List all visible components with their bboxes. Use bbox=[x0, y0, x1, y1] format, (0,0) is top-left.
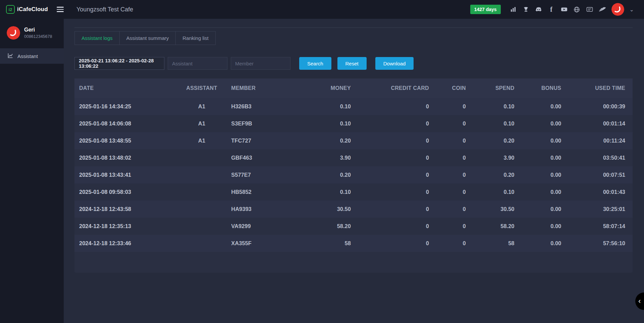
youtube-icon[interactable] bbox=[560, 6, 568, 13]
col-header-assistant: ASSISTANT bbox=[175, 78, 229, 98]
tab-assistant-logs[interactable]: Assistant logs bbox=[74, 31, 120, 45]
table-cell: 30.50 bbox=[469, 201, 517, 218]
col-header-spend: SPEND bbox=[469, 78, 517, 98]
user-id: 008612345678 bbox=[24, 34, 52, 39]
tab-ranking-list[interactable]: Ranking list bbox=[176, 31, 216, 45]
table-row: 2025-01-08 09:58:03HB58520.10000.100.000… bbox=[74, 183, 633, 201]
card-icon[interactable] bbox=[586, 6, 593, 13]
table-cell: 3.90 bbox=[469, 149, 517, 166]
table-cell: 0 bbox=[432, 132, 469, 149]
table-cell: 0.00 bbox=[517, 115, 564, 132]
table-cell: 2025-01-08 14:06:08 bbox=[74, 115, 175, 132]
table-cell: 0 bbox=[354, 201, 432, 218]
table-cell: 0.10 bbox=[469, 115, 517, 132]
table-cell: 03:50:41 bbox=[564, 149, 633, 166]
user-name: Geri bbox=[24, 27, 52, 33]
table-cell: 0 bbox=[432, 218, 469, 235]
table-cell: 0.00 bbox=[517, 235, 564, 252]
cafe-name: Youngzsoft Test Cafe bbox=[76, 6, 133, 13]
sidebar-user-avatar bbox=[7, 26, 20, 40]
table-cell: 2025-01-08 09:58:03 bbox=[74, 183, 175, 201]
table-cell: 0 bbox=[432, 166, 469, 183]
table-cell: 2025-01-08 13:48:02 bbox=[74, 149, 175, 166]
table-cell bbox=[175, 166, 229, 183]
table-cell: S3EF9B bbox=[228, 115, 306, 132]
sidebar-item-label: Assistant bbox=[17, 53, 38, 59]
search-button[interactable]: Search bbox=[299, 57, 331, 70]
member-input[interactable] bbox=[231, 57, 290, 70]
table-cell: 0 bbox=[354, 183, 432, 201]
table-row: 2025-01-08 13:48:02GBF4633.90003.900.000… bbox=[74, 149, 633, 166]
table-cell: 0.00 bbox=[517, 183, 564, 201]
sidebar-user-block: Geri 008612345678 bbox=[0, 19, 64, 48]
chevron-down-icon[interactable]: ⌄ bbox=[630, 6, 634, 13]
col-header-used-time: USED TIME bbox=[564, 78, 633, 98]
table-row: 2025-01-16 14:34:25A1H326B30.10000.100.0… bbox=[74, 98, 633, 115]
table-cell bbox=[175, 201, 229, 218]
table-cell: 0.20 bbox=[469, 132, 517, 149]
table-cell: S577E7 bbox=[228, 166, 306, 183]
wing-icon[interactable] bbox=[599, 6, 606, 13]
tab-assistant-summary[interactable]: Assistant summary bbox=[120, 31, 176, 45]
table-cell: 0.00 bbox=[517, 166, 564, 183]
table-cell: 0 bbox=[354, 98, 432, 115]
table-cell: 58.20 bbox=[306, 218, 354, 235]
table-header-row: DATE ASSISTANT MEMBER MONEY CREDIT CARD … bbox=[74, 78, 633, 98]
table-row: 2024-12-18 12:35:13VA929958.200058.200.0… bbox=[74, 218, 633, 235]
table-cell: 0 bbox=[432, 201, 469, 218]
table-cell bbox=[175, 149, 229, 166]
table-cell: 0.10 bbox=[469, 98, 517, 115]
table-cell: 58 bbox=[469, 235, 517, 252]
stats-icon[interactable] bbox=[509, 6, 517, 13]
table-cell: GBF463 bbox=[228, 149, 306, 166]
reset-button[interactable]: Reset bbox=[337, 57, 367, 70]
table-cell: 0.20 bbox=[306, 132, 354, 149]
sidebar-item-assistant[interactable]: Assistant bbox=[0, 48, 64, 64]
table-cell: 30:25:01 bbox=[564, 201, 633, 218]
table-cell: 2025-01-08 13:48:55 bbox=[74, 132, 175, 149]
brand: i2 iCafeCloud bbox=[6, 5, 48, 14]
table-cell: 0.10 bbox=[306, 98, 354, 115]
table-cell: 0.10 bbox=[306, 183, 354, 201]
hamburger-menu-icon[interactable] bbox=[57, 5, 64, 13]
table-cell: 0.20 bbox=[306, 166, 354, 183]
table-cell: 2025-01-16 14:34:25 bbox=[74, 98, 175, 115]
col-header-coin: COIN bbox=[432, 78, 469, 98]
filter-bar: 2025-02-21 13:06:22 - 2025-02-28 13:06:2… bbox=[74, 57, 633, 70]
license-days-badge[interactable]: 1427 days bbox=[470, 5, 501, 14]
logs-table: DATE ASSISTANT MEMBER MONEY CREDIT CARD … bbox=[74, 78, 633, 252]
download-button[interactable]: Download bbox=[375, 57, 414, 70]
col-header-bonus: BONUS bbox=[517, 78, 564, 98]
table-cell: 58:07:14 bbox=[564, 218, 633, 235]
date-range-input[interactable]: 2025-02-21 13:06:22 - 2025-02-28 13:06:2… bbox=[74, 57, 164, 70]
table-cell: 3.90 bbox=[306, 149, 354, 166]
table-row: 2025-01-08 13:48:55A1TFC7270.20000.200.0… bbox=[74, 132, 633, 149]
trophy-icon[interactable] bbox=[522, 6, 530, 13]
logs-table-panel: DATE ASSISTANT MEMBER MONEY CREDIT CARD … bbox=[74, 78, 633, 273]
table-cell: 0.00 bbox=[517, 132, 564, 149]
sidebar-user-info: Geri 008612345678 bbox=[24, 27, 52, 39]
table-cell: 0.00 bbox=[517, 149, 564, 166]
table-cell: A1 bbox=[175, 115, 229, 132]
col-header-date: DATE bbox=[74, 78, 175, 98]
table-cell: TFC727 bbox=[228, 132, 306, 149]
table-body: 2025-01-16 14:34:25A1H326B30.10000.100.0… bbox=[74, 98, 633, 252]
topbar-right: 1427 days f bbox=[470, 3, 644, 16]
table-cell: 00:01:14 bbox=[564, 115, 633, 132]
table-cell: HB5852 bbox=[228, 183, 306, 201]
table-cell: 30.50 bbox=[306, 201, 354, 218]
assistant-input[interactable] bbox=[168, 57, 227, 70]
table-row: 2024-12-18 12:33:46XA355F5800580.0057:56… bbox=[74, 235, 633, 252]
table-cell: 00:11:24 bbox=[564, 132, 633, 149]
table-cell: 2025-01-08 13:43:41 bbox=[74, 166, 175, 183]
table-cell: 0 bbox=[432, 149, 469, 166]
discord-icon[interactable] bbox=[535, 6, 542, 13]
user-avatar[interactable] bbox=[611, 3, 624, 16]
globe-icon[interactable] bbox=[573, 6, 581, 13]
table-cell: 0 bbox=[354, 166, 432, 183]
table-cell: 0.00 bbox=[517, 218, 564, 235]
content-divider bbox=[74, 28, 633, 28]
col-header-credit-card: CREDIT CARD bbox=[354, 78, 432, 98]
facebook-icon[interactable]: f bbox=[548, 6, 555, 13]
table-cell: XA355F bbox=[228, 235, 306, 252]
